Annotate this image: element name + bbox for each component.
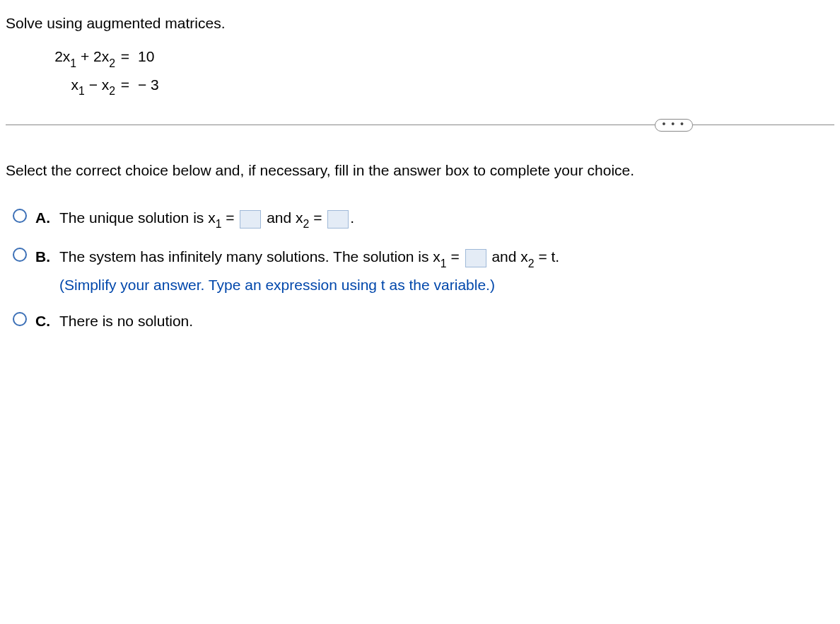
choice-b-text2: = [447,248,464,265]
eq2-term1: x [71,76,79,93]
eq1-term2: 2x [93,48,109,64]
choice-c-text1: There is no solution. [59,313,193,329]
eq2-sub2: 2 [109,85,115,97]
choice-a-sub2: 2 [303,218,310,230]
choice-b-body: The system has infinitely many solutions… [59,245,834,295]
choice-a-text1: The unique solution is x [59,209,216,226]
divider-line-left [6,125,655,125]
choice-b-sub2: 2 [528,258,535,270]
eq2-equals: = [115,74,135,98]
eq1-sub2: 2 [109,57,115,69]
question-prompt: Solve using augmented matrices. [6,13,834,33]
choice-c-row: C. There is no solution. [13,309,834,331]
eq2-sub1: 1 [78,85,85,97]
choice-b-sub1: 1 [441,258,447,270]
choice-b-text4: = t. [535,248,560,265]
divider-line-right [693,125,834,125]
radio-c[interactable] [13,312,27,326]
eq2-op: − [85,76,102,93]
eq2-rhs: − 3 [135,74,159,98]
choice-b-text3: and x [488,248,528,265]
choice-c-body: There is no solution. [59,309,834,331]
choice-a-text2: = [221,209,238,226]
equation-2: x1 − x2 = − 3 [45,74,834,98]
section-divider: • • • [6,119,834,132]
choice-a-text4: = [309,209,326,226]
choice-a-label: A. [35,206,59,228]
eq1-rhs: 10 [135,46,154,69]
choice-b-row: B. The system has infinitely many soluti… [13,245,834,295]
equation-1: 2x1 + 2x2 = 10 [45,46,834,69]
eq1-equals: = [115,46,135,69]
choice-b-input-1[interactable] [465,249,486,267]
choice-b-text1: The system has infinitely many solutions… [59,248,441,265]
more-options-pill[interactable]: • • • [655,119,693,132]
eq1-sub1: 1 [70,57,76,69]
eq1-op: + [76,48,93,64]
instruction-text: Select the correct choice below and, if … [6,160,834,180]
equation-block: 2x1 + 2x2 = 10 x1 − x2 = − 3 [45,46,834,97]
choice-c-label: C. [35,309,59,331]
choice-b-label: B. [35,245,59,267]
choice-a-sub1: 1 [216,218,222,230]
radio-a[interactable] [13,209,27,223]
choice-a-text3: and x [262,209,303,226]
choice-b-hint: (Simplify your answer. Type an expressio… [59,275,834,295]
choice-a-text5: . [350,209,354,226]
choice-a-row: A. The unique solution is x1 = and x2 = … [13,206,834,231]
radio-b[interactable] [13,248,27,262]
eq2-term2: x [102,76,110,93]
eq1-term1: 2x [54,48,70,64]
choice-a-input-2[interactable] [327,210,349,229]
choice-a-body: The unique solution is x1 = and x2 = . [59,206,834,231]
choice-a-input-1[interactable] [240,210,261,229]
